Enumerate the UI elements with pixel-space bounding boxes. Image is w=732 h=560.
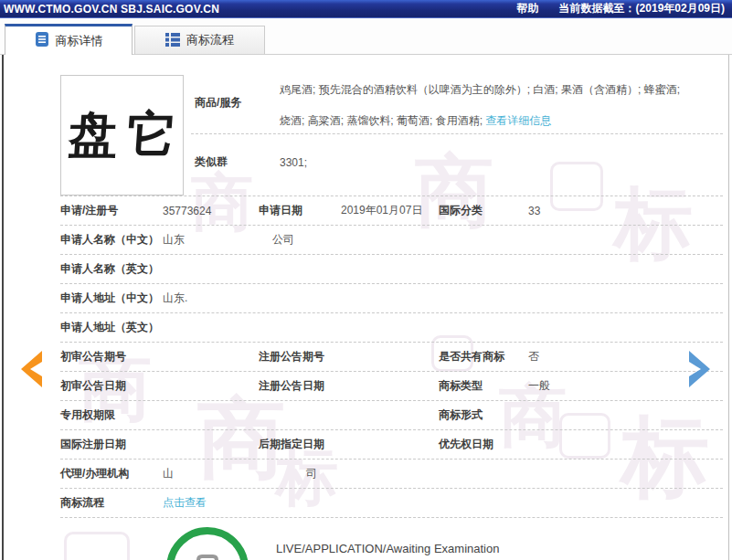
applicant-address-cn-label: 申请人地址（中文） xyxy=(60,291,163,306)
goods-services-value: 鸡尾酒; 预先混合的酒精饮料（以啤酒为主的除外）; 白酒; 果酒（含酒精）; 蜂… xyxy=(280,75,723,133)
data-cutoff-label: 当前数据截至：(2019年02月09日) xyxy=(559,1,725,16)
similar-group-value: 3301; xyxy=(280,134,307,195)
shared-trademark-label: 是否共有商标 xyxy=(439,349,528,365)
list-icon xyxy=(165,32,180,49)
table-row-first-gazette-no: 初审公告期号 注册公告期号 是否共有商标 否 xyxy=(60,343,723,372)
applicant-name-en-label: 申请人名称（英文） xyxy=(60,261,163,277)
applicant-name-cn-value: 山东 xyxy=(163,232,259,248)
applicant-address-en-label: 申请人地址（英文） xyxy=(60,320,163,335)
help-link[interactable]: 帮助 xyxy=(517,1,539,16)
status-text: LIVE/APPLICATION/Awaiting Examination xyxy=(276,542,499,555)
building-glyph-icon xyxy=(182,555,233,560)
table-row-agency: 代理/办理机构 山 司 xyxy=(60,460,723,489)
table-row-trademark-flow: 商标流程 点击查看 xyxy=(60,489,723,518)
detail-panel: 商 标 商 商 商 标 商 标 盘它 商品/服务 xyxy=(2,55,729,560)
view-details-link[interactable]: 查看详细信息 xyxy=(485,114,551,127)
status-section: LIVE/APPLICATION/Awaiting Examination xyxy=(60,518,723,560)
table-row-applicant-name-cn: 申请人名称（中文） 山东 公司 xyxy=(60,226,723,255)
reg-gazette-no-label: 注册公告期号 xyxy=(259,349,341,365)
goods-line-2: 烧酒; 高粱酒; 蒸馏饮料; 葡萄酒; 食用酒精; 查看详细信息 xyxy=(280,111,723,130)
table-row-application-number: 申请/注册号 35773624 申请日期 2019年01月07日 国际分类 33 xyxy=(60,196,723,226)
trademark-mark-text: 盘它 xyxy=(57,102,187,169)
first-gazette-no-label: 初审公告期号 xyxy=(60,349,163,365)
table-row-applicant-address-en: 申请人地址（英文） xyxy=(60,313,723,343)
site-title: WWW.CTMO.GOV.CN SBJ.SAIC.GOV.CN xyxy=(4,3,219,16)
intl-class-value: 33 xyxy=(528,205,723,217)
table-row-first-gazette-date: 初审公告日期 注册公告日期 商标类型 一般 xyxy=(60,372,723,401)
similar-group-row: 类似群 3301; xyxy=(191,134,723,195)
agency-label: 代理/办理机构 xyxy=(60,466,163,481)
exclusive-right-period-label: 专用权期限 xyxy=(60,407,163,423)
goods-line-1: 鸡尾酒; 预先混合的酒精饮料（以啤酒为主的除外）; 白酒; 果酒（含酒精）; 蜂… xyxy=(280,80,723,99)
tab-label: 商标详情 xyxy=(56,33,103,49)
previous-record-button[interactable] xyxy=(15,349,44,389)
application-number-label: 申请/注册号 xyxy=(60,203,163,218)
application-number-value: 35773624 xyxy=(163,205,259,217)
table-row-intl-reg-date: 国际注册日期 后期指定日期 优先权日期 xyxy=(60,430,723,460)
trademark-image: 盘它 xyxy=(60,75,184,195)
table-row-applicant-name-en: 申请人名称（英文） xyxy=(60,255,723,284)
document-icon xyxy=(35,32,49,49)
intl-reg-date-label: 国际注册日期 xyxy=(60,437,163,452)
tab-label: 商标流程 xyxy=(186,32,234,48)
intl-class-label: 国际分类 xyxy=(439,203,528,218)
first-gazette-date-label: 初审公告日期 xyxy=(60,378,163,394)
table-row-exclusive-right-period: 专用权期限 商标形式 xyxy=(60,401,723,430)
applicant-address-cn-value: 山东. xyxy=(163,291,259,306)
tab-trademark-flow[interactable]: 商标流程 xyxy=(134,26,265,54)
click-to-view-link[interactable]: 点击查看 xyxy=(163,495,259,511)
application-date-label: 申请日期 xyxy=(259,203,341,218)
tab-strip: 商标详情 商标流程 xyxy=(0,18,732,55)
status-live-icon xyxy=(166,527,249,560)
trademark-form-label: 商标形式 xyxy=(439,407,528,423)
trademark-detail-page: WWW.CTMO.GOV.CN SBJ.SAIC.GOV.CN 帮助 当前数据截… xyxy=(0,0,732,560)
goods-services-row: 商品/服务 鸡尾酒; 预先混合的酒精饮料（以啤酒为主的除外）; 白酒; 果酒（含… xyxy=(191,75,723,134)
next-record-button[interactable] xyxy=(687,349,716,389)
similar-group-label: 类似群 xyxy=(191,134,280,195)
applicant-name-cn-label: 申请人名称（中文） xyxy=(60,232,163,248)
trademark-flow-label: 商标流程 xyxy=(60,495,163,511)
top-bar: WWW.CTMO.GOV.CN SBJ.SAIC.GOV.CN 帮助 当前数据截… xyxy=(0,0,732,18)
later-designation-date-label: 后期指定日期 xyxy=(259,437,341,452)
reg-gazette-date-label: 注册公告日期 xyxy=(259,378,341,394)
trademark-summary-section: 盘它 商品/服务 鸡尾酒; 预先混合的酒精饮料（以啤酒为主的除外）; 白酒; 果… xyxy=(60,75,723,196)
agency-value: 山 xyxy=(163,466,259,481)
trademark-type-label: 商标类型 xyxy=(439,378,528,394)
applicant-name-cn-value-2: 公司 xyxy=(259,232,341,248)
chevron-left-icon xyxy=(15,349,44,389)
application-date-value: 2019年01月07日 xyxy=(341,203,439,218)
priority-date-label: 优先权日期 xyxy=(439,437,528,452)
agency-value-2: 司 xyxy=(259,466,341,481)
tab-trademark-detail[interactable]: 商标详情 xyxy=(5,24,133,55)
goods-services-label: 商品/服务 xyxy=(191,75,280,133)
chevron-right-icon xyxy=(687,349,716,389)
table-row-applicant-address-cn: 申请人地址（中文） 山东. xyxy=(60,284,723,313)
